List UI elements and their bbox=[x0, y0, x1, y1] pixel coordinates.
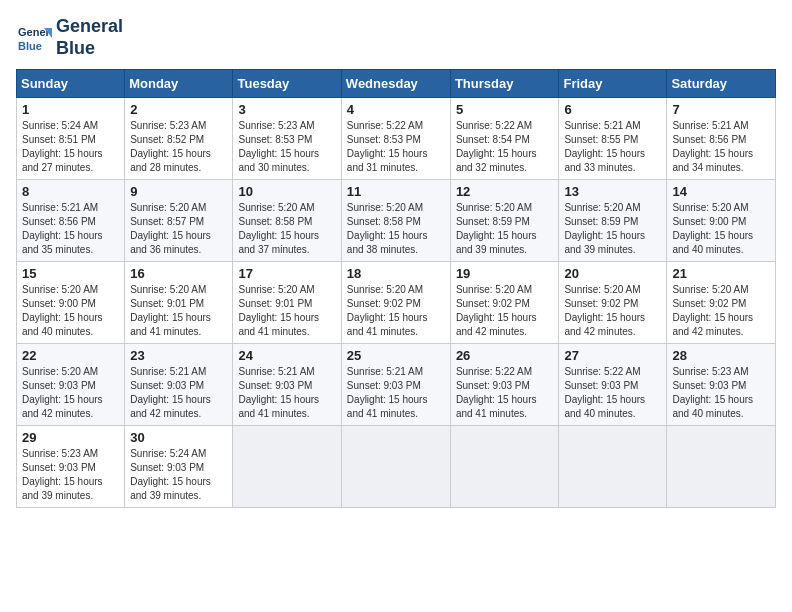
calendar-cell: 11Sunrise: 5:20 AMSunset: 8:58 PMDayligh… bbox=[341, 180, 450, 262]
calendar-cell: 6Sunrise: 5:21 AMSunset: 8:55 PMDaylight… bbox=[559, 98, 667, 180]
calendar-cell: 26Sunrise: 5:22 AMSunset: 9:03 PMDayligh… bbox=[450, 344, 559, 426]
svg-text:General: General bbox=[18, 26, 52, 38]
logo: General Blue General Blue bbox=[16, 16, 123, 59]
cell-info: Sunrise: 5:20 AMSunset: 8:58 PMDaylight:… bbox=[238, 201, 335, 257]
day-number: 18 bbox=[347, 266, 445, 281]
calendar-cell: 15Sunrise: 5:20 AMSunset: 9:00 PMDayligh… bbox=[17, 262, 125, 344]
day-number: 3 bbox=[238, 102, 335, 117]
cell-info: Sunrise: 5:22 AMSunset: 9:03 PMDaylight:… bbox=[564, 365, 661, 421]
calendar-cell: 23Sunrise: 5:21 AMSunset: 9:03 PMDayligh… bbox=[125, 344, 233, 426]
day-number: 29 bbox=[22, 430, 119, 445]
col-header-monday: Monday bbox=[125, 70, 233, 98]
cell-info: Sunrise: 5:23 AMSunset: 9:03 PMDaylight:… bbox=[22, 447, 119, 503]
col-header-wednesday: Wednesday bbox=[341, 70, 450, 98]
cell-info: Sunrise: 5:24 AMSunset: 9:03 PMDaylight:… bbox=[130, 447, 227, 503]
calendar-cell: 19Sunrise: 5:20 AMSunset: 9:02 PMDayligh… bbox=[450, 262, 559, 344]
calendar-header-row: SundayMondayTuesdayWednesdayThursdayFrid… bbox=[17, 70, 776, 98]
cell-info: Sunrise: 5:20 AMSunset: 9:00 PMDaylight:… bbox=[672, 201, 770, 257]
day-number: 16 bbox=[130, 266, 227, 281]
cell-info: Sunrise: 5:23 AMSunset: 8:53 PMDaylight:… bbox=[238, 119, 335, 175]
col-header-thursday: Thursday bbox=[450, 70, 559, 98]
cell-info: Sunrise: 5:21 AMSunset: 8:56 PMDaylight:… bbox=[672, 119, 770, 175]
cell-info: Sunrise: 5:20 AMSunset: 8:59 PMDaylight:… bbox=[564, 201, 661, 257]
calendar-cell: 22Sunrise: 5:20 AMSunset: 9:03 PMDayligh… bbox=[17, 344, 125, 426]
cell-info: Sunrise: 5:23 AMSunset: 9:03 PMDaylight:… bbox=[672, 365, 770, 421]
day-number: 30 bbox=[130, 430, 227, 445]
calendar-cell: 18Sunrise: 5:20 AMSunset: 9:02 PMDayligh… bbox=[341, 262, 450, 344]
cell-info: Sunrise: 5:20 AMSunset: 9:03 PMDaylight:… bbox=[22, 365, 119, 421]
page-header: General Blue General Blue bbox=[16, 16, 776, 59]
day-number: 23 bbox=[130, 348, 227, 363]
calendar-table: SundayMondayTuesdayWednesdayThursdayFrid… bbox=[16, 69, 776, 508]
day-number: 27 bbox=[564, 348, 661, 363]
day-number: 19 bbox=[456, 266, 554, 281]
day-number: 22 bbox=[22, 348, 119, 363]
cell-info: Sunrise: 5:21 AMSunset: 9:03 PMDaylight:… bbox=[238, 365, 335, 421]
calendar-cell: 8Sunrise: 5:21 AMSunset: 8:56 PMDaylight… bbox=[17, 180, 125, 262]
day-number: 12 bbox=[456, 184, 554, 199]
day-number: 9 bbox=[130, 184, 227, 199]
day-number: 13 bbox=[564, 184, 661, 199]
day-number: 24 bbox=[238, 348, 335, 363]
calendar-cell: 14Sunrise: 5:20 AMSunset: 9:00 PMDayligh… bbox=[667, 180, 776, 262]
day-number: 5 bbox=[456, 102, 554, 117]
calendar-cell: 2Sunrise: 5:23 AMSunset: 8:52 PMDaylight… bbox=[125, 98, 233, 180]
day-number: 1 bbox=[22, 102, 119, 117]
day-number: 2 bbox=[130, 102, 227, 117]
calendar-week-row: 15Sunrise: 5:20 AMSunset: 9:00 PMDayligh… bbox=[17, 262, 776, 344]
day-number: 8 bbox=[22, 184, 119, 199]
day-number: 20 bbox=[564, 266, 661, 281]
calendar-cell bbox=[667, 426, 776, 508]
cell-info: Sunrise: 5:21 AMSunset: 9:03 PMDaylight:… bbox=[130, 365, 227, 421]
cell-info: Sunrise: 5:20 AMSunset: 9:02 PMDaylight:… bbox=[672, 283, 770, 339]
calendar-cell: 29Sunrise: 5:23 AMSunset: 9:03 PMDayligh… bbox=[17, 426, 125, 508]
col-header-saturday: Saturday bbox=[667, 70, 776, 98]
calendar-cell bbox=[233, 426, 341, 508]
calendar-cell: 7Sunrise: 5:21 AMSunset: 8:56 PMDaylight… bbox=[667, 98, 776, 180]
calendar-cell: 9Sunrise: 5:20 AMSunset: 8:57 PMDaylight… bbox=[125, 180, 233, 262]
calendar-cell: 13Sunrise: 5:20 AMSunset: 8:59 PMDayligh… bbox=[559, 180, 667, 262]
calendar-cell bbox=[559, 426, 667, 508]
cell-info: Sunrise: 5:23 AMSunset: 8:52 PMDaylight:… bbox=[130, 119, 227, 175]
col-header-tuesday: Tuesday bbox=[233, 70, 341, 98]
calendar-cell bbox=[450, 426, 559, 508]
svg-text:Blue: Blue bbox=[18, 40, 42, 52]
day-number: 26 bbox=[456, 348, 554, 363]
cell-info: Sunrise: 5:20 AMSunset: 9:00 PMDaylight:… bbox=[22, 283, 119, 339]
calendar-cell bbox=[341, 426, 450, 508]
cell-info: Sunrise: 5:22 AMSunset: 8:54 PMDaylight:… bbox=[456, 119, 554, 175]
cell-info: Sunrise: 5:22 AMSunset: 9:03 PMDaylight:… bbox=[456, 365, 554, 421]
calendar-week-row: 22Sunrise: 5:20 AMSunset: 9:03 PMDayligh… bbox=[17, 344, 776, 426]
day-number: 10 bbox=[238, 184, 335, 199]
calendar-cell: 4Sunrise: 5:22 AMSunset: 8:53 PMDaylight… bbox=[341, 98, 450, 180]
calendar-cell: 30Sunrise: 5:24 AMSunset: 9:03 PMDayligh… bbox=[125, 426, 233, 508]
cell-info: Sunrise: 5:20 AMSunset: 8:58 PMDaylight:… bbox=[347, 201, 445, 257]
cell-info: Sunrise: 5:20 AMSunset: 8:57 PMDaylight:… bbox=[130, 201, 227, 257]
day-number: 7 bbox=[672, 102, 770, 117]
calendar-cell: 10Sunrise: 5:20 AMSunset: 8:58 PMDayligh… bbox=[233, 180, 341, 262]
cell-info: Sunrise: 5:22 AMSunset: 8:53 PMDaylight:… bbox=[347, 119, 445, 175]
calendar-cell: 24Sunrise: 5:21 AMSunset: 9:03 PMDayligh… bbox=[233, 344, 341, 426]
day-number: 15 bbox=[22, 266, 119, 281]
col-header-sunday: Sunday bbox=[17, 70, 125, 98]
day-number: 28 bbox=[672, 348, 770, 363]
calendar-cell: 12Sunrise: 5:20 AMSunset: 8:59 PMDayligh… bbox=[450, 180, 559, 262]
cell-info: Sunrise: 5:21 AMSunset: 8:55 PMDaylight:… bbox=[564, 119, 661, 175]
calendar-cell: 21Sunrise: 5:20 AMSunset: 9:02 PMDayligh… bbox=[667, 262, 776, 344]
calendar-cell: 27Sunrise: 5:22 AMSunset: 9:03 PMDayligh… bbox=[559, 344, 667, 426]
calendar-cell: 20Sunrise: 5:20 AMSunset: 9:02 PMDayligh… bbox=[559, 262, 667, 344]
cell-info: Sunrise: 5:20 AMSunset: 9:01 PMDaylight:… bbox=[238, 283, 335, 339]
col-header-friday: Friday bbox=[559, 70, 667, 98]
logo-text-line2: Blue bbox=[56, 38, 123, 60]
day-number: 11 bbox=[347, 184, 445, 199]
calendar-week-row: 29Sunrise: 5:23 AMSunset: 9:03 PMDayligh… bbox=[17, 426, 776, 508]
cell-info: Sunrise: 5:20 AMSunset: 9:01 PMDaylight:… bbox=[130, 283, 227, 339]
cell-info: Sunrise: 5:20 AMSunset: 9:02 PMDaylight:… bbox=[564, 283, 661, 339]
logo-text-line1: General bbox=[56, 16, 123, 38]
cell-info: Sunrise: 5:21 AMSunset: 9:03 PMDaylight:… bbox=[347, 365, 445, 421]
day-number: 21 bbox=[672, 266, 770, 281]
cell-info: Sunrise: 5:20 AMSunset: 8:59 PMDaylight:… bbox=[456, 201, 554, 257]
calendar-cell: 5Sunrise: 5:22 AMSunset: 8:54 PMDaylight… bbox=[450, 98, 559, 180]
day-number: 17 bbox=[238, 266, 335, 281]
calendar-week-row: 1Sunrise: 5:24 AMSunset: 8:51 PMDaylight… bbox=[17, 98, 776, 180]
